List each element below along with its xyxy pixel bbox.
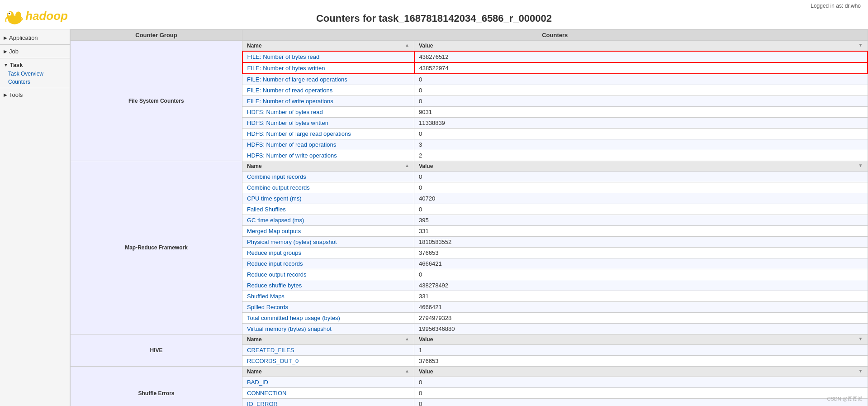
counter-name-link[interactable]: CPU time spent (ms)	[247, 195, 302, 202]
counter-name-cell: Physical memory (bytes) snapshot	[242, 237, 414, 248]
counter-name-cell: GC time elapsed (ms)	[242, 215, 414, 226]
counter-name-cell: HDFS: Number of write operations	[242, 150, 414, 161]
value-subheader: Value ▼	[414, 367, 868, 377]
counter-name-link[interactable]: Reduce output records	[247, 271, 307, 278]
task-triangle-icon: ▼	[4, 62, 8, 67]
counter-name-cell: FILE: Number of bytes read	[242, 51, 414, 62]
counter-name-cell: Merged Map outputs	[242, 226, 414, 237]
counter-name-link[interactable]: Reduce shuffle bytes	[247, 282, 302, 289]
counter-name-cell: HDFS: Number of large read operations	[242, 129, 414, 139]
counter-name-link[interactable]: CREATED_FILES	[247, 347, 294, 353]
counter-value-cell: 438276512	[414, 51, 868, 62]
counter-name-cell: CPU time spent (ms)	[242, 193, 414, 204]
counter-value-cell: 40720	[414, 193, 868, 204]
tools-label: Tools	[9, 91, 23, 98]
value-subheader: Value ▼	[414, 334, 868, 345]
sidebar-sub-counters[interactable]: Counters	[0, 78, 70, 86]
name-subheader: Name ▲	[242, 334, 414, 345]
counter-value-cell: 9031	[414, 107, 868, 118]
counter-name-link[interactable]: Combine input records	[247, 173, 306, 180]
counter-name-cell: FILE: Number of read operations	[242, 85, 414, 96]
counter-value-cell: 2	[414, 150, 868, 161]
counter-name-link[interactable]: HDFS: Number of read operations	[247, 141, 336, 148]
counter-name-link[interactable]: HDFS: Number of large read operations	[247, 130, 351, 137]
sidebar-item-tools[interactable]: ▶ Tools	[0, 90, 70, 100]
counter-name-link[interactable]: FILE: Number of read operations	[247, 87, 332, 94]
counter-value-cell: 1	[414, 345, 868, 356]
counter-value-cell: 0	[414, 74, 868, 85]
counter-name-cell: IO_ERROR	[242, 399, 414, 406]
counter-name-link[interactable]: Merged Map outputs	[247, 228, 301, 234]
counter-value-cell: 376653	[414, 248, 868, 258]
counter-name-link[interactable]: FILE: Number of write operations	[247, 98, 333, 105]
counter-name-cell: Reduce shuffle bytes	[242, 280, 414, 291]
counter-name-cell: HDFS: Number of read operations	[242, 139, 414, 150]
sidebar-item-task[interactable]: ▼ Task	[0, 60, 70, 70]
counter-value-cell: 0	[414, 96, 868, 107]
watermark: CSDN @图图派	[827, 396, 863, 402]
job-label: Job	[9, 48, 19, 55]
counter-name-link[interactable]: GC time elapsed (ms)	[247, 217, 304, 224]
counter-value-cell: 4666421	[414, 302, 868, 313]
sidebar: ▶ Application ▶ Job ▼ Task Task Overview…	[0, 29, 70, 406]
counter-value-cell: 0	[414, 182, 868, 193]
col-counters: Counters	[242, 30, 868, 41]
counter-name-link[interactable]: CONNECTION	[247, 390, 286, 396]
counter-value-cell: 0	[414, 377, 868, 388]
name-subheader: Name ▲	[242, 41, 414, 52]
counter-name-cell: BAD_ID	[242, 377, 414, 388]
counter-name-link[interactable]: Combine output records	[247, 184, 310, 191]
counter-name-cell: Reduce input records	[242, 258, 414, 269]
counter-name-link[interactable]: Shuffled Maps	[247, 293, 285, 300]
counter-name-link[interactable]: Total committed heap usage (bytes)	[247, 315, 340, 321]
group-cell: Map-Reduce Framework	[71, 161, 242, 334]
counter-name-link[interactable]: Failed Shuffles	[247, 206, 286, 213]
counter-name-link[interactable]: HDFS: Number of bytes written	[247, 119, 328, 126]
counter-name-link[interactable]: Reduce input groups	[247, 249, 301, 256]
counter-name-link[interactable]: FILE: Number of large read operations	[247, 76, 347, 83]
job-triangle-icon: ▶	[4, 49, 7, 54]
counter-name-cell: HDFS: Number of bytes read	[242, 107, 414, 118]
value-subheader: Value ▼	[414, 161, 868, 172]
name-subheader: Name ▲	[242, 161, 414, 172]
counter-name-cell: CONNECTION	[242, 388, 414, 399]
group-cell: File System Counters	[71, 41, 242, 161]
group-cell: Shuffle Errors	[71, 367, 242, 406]
counter-name-cell: Shuffled Maps	[242, 291, 414, 302]
page-title: Counters for task_1687818142034_6586_r_0…	[0, 9, 868, 29]
counter-name-cell: Combine output records	[242, 182, 414, 193]
counter-value-cell: 19956346880	[414, 324, 868, 334]
sidebar-item-application[interactable]: ▶ Application	[0, 33, 70, 43]
counter-table: Counter Group Counters File System Count…	[70, 29, 868, 406]
counter-name-link[interactable]: FILE: Number of bytes read	[247, 53, 320, 60]
counter-name-link[interactable]: FILE: Number of bytes written	[247, 65, 325, 72]
task-label: Task	[10, 62, 23, 68]
counter-name-link[interactable]: BAD_ID	[247, 379, 268, 386]
counter-name-cell: Total committed heap usage (bytes)	[242, 313, 414, 324]
value-subheader: Value ▼	[414, 41, 868, 52]
counter-name-link[interactable]: Virtual memory (bytes) snapshot	[247, 325, 332, 332]
counter-name-link[interactable]: Reduce input records	[247, 260, 303, 267]
name-subheader: Name ▲	[242, 367, 414, 377]
login-status: Logged in as: dr.who	[811, 3, 861, 9]
counter-name-link[interactable]: Spilled Records	[247, 304, 288, 310]
counter-name-link[interactable]: HDFS: Number of write operations	[247, 152, 337, 159]
counter-name-cell: FILE: Number of bytes written	[242, 62, 414, 74]
application-triangle-icon: ▶	[4, 35, 7, 40]
counter-name-cell: Spilled Records	[242, 302, 414, 313]
counter-value-cell: 0	[414, 388, 868, 399]
counter-name-link[interactable]: HDFS: Number of bytes read	[247, 109, 323, 115]
counter-name-link[interactable]: RECORDS_OUT_0	[247, 358, 299, 364]
counter-value-cell: 0	[414, 269, 868, 280]
counter-name-link[interactable]: IO_ERROR	[247, 401, 278, 406]
counter-name-cell: HDFS: Number of bytes written	[242, 118, 414, 129]
group-cell: HIVE	[71, 334, 242, 367]
sidebar-sub-task-overview[interactable]: Task Overview	[0, 70, 70, 78]
counter-name-cell: CREATED_FILES	[242, 345, 414, 356]
sidebar-item-job[interactable]: ▶ Job	[0, 47, 70, 56]
counter-value-cell: 376653	[414, 356, 868, 367]
counter-name-link[interactable]: Physical memory (bytes) snapshot	[247, 239, 337, 245]
counter-value-cell: 331	[414, 291, 868, 302]
counter-value-cell: 331	[414, 226, 868, 237]
counter-value-cell: 2794979328	[414, 313, 868, 324]
